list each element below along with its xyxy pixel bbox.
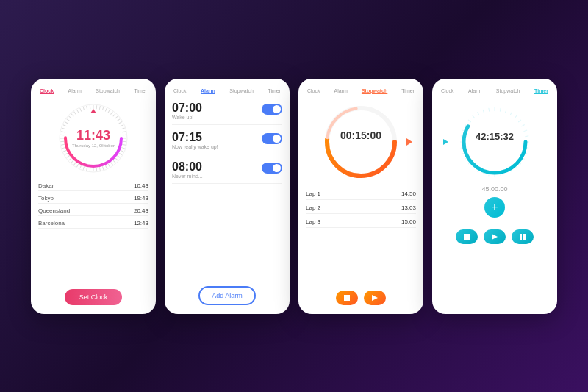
svg-line-100 [478,112,480,115]
tab-stopwatch-4[interactable]: Stopwatch [495,88,522,94]
svg-line-37 [74,162,76,165]
svg-line-49 [62,128,65,129]
alarm-screen: Clock Alarm Stopwatch Timer 07:00 Wake u… [165,79,290,314]
tab-timer[interactable]: Timer [132,88,148,94]
tab-stopwatch[interactable]: Stopwatch [94,88,121,94]
svg-line-45 [60,141,64,142]
set-clock-button[interactable]: Set Clock [65,289,123,305]
svg-rect-106 [520,234,522,240]
alarm-item-3: 08:00 Never mind... [172,160,282,184]
alarm-list: 07:00 Wake up! 07:15 Now really wake up!… [172,101,282,280]
timer-pause-icon [520,234,526,240]
svg-line-39 [69,157,72,160]
world-clock-tokyo: Tokyo 19:43 [38,193,148,204]
stopwatch-controls [306,291,416,305]
city-barcelona: Barcelona [38,220,65,227]
clock-face: 11:43 Thursday 12, Oktober [57,101,130,175]
tab-alarm-3[interactable]: Alarm [333,88,349,94]
tab-clock[interactable]: Clock [38,88,55,94]
alarm-toggle-1[interactable] [262,104,282,115]
play-button[interactable] [364,291,386,305]
lap-time-2: 13:03 [401,204,416,211]
svg-line-7 [111,111,113,114]
world-clock-barcelona: Barcelona 12:43 [38,218,148,229]
svg-line-21 [119,153,122,155]
tab-timer-2[interactable]: Timer [266,88,282,94]
svg-line-9 [115,115,118,118]
svg-line-54 [71,113,74,116]
svg-line-71 [514,115,517,118]
svg-line-50 [63,124,67,126]
svg-line-73 [521,124,524,126]
svg-line-25 [111,162,113,165]
world-clock-queensland: Queensland 20:43 [38,206,148,216]
lap-time-1: 14:50 [401,190,416,197]
stop-button[interactable] [336,291,358,305]
svg-line-36 [77,163,79,166]
svg-line-18 [122,144,126,145]
svg-line-26 [108,163,110,166]
tab-alarm[interactable]: Alarm [67,88,83,94]
svg-marker-105 [492,234,498,240]
timer-indicator [443,139,448,145]
timer-nav: Clock Alarm Stopwatch Timer [440,88,550,94]
alarm-time-label-1: 07:00 Wake up! [172,101,202,120]
svg-line-19 [121,147,125,149]
svg-line-15 [123,135,126,135]
svg-line-42 [63,150,67,152]
svg-line-53 [69,115,72,118]
tab-timer-3[interactable]: Timer [400,88,416,94]
tab-clock-2[interactable]: Clock [172,88,188,94]
alarm-label-2: Now really wake up! [172,144,218,149]
timer-stop-button[interactable] [456,229,478,244]
tab-stopwatch-2[interactable]: Stopwatch [228,88,255,94]
time-barcelona: 12:43 [134,220,148,227]
lap-list: Lap 1 14:50 Lap 2 13:03 Lap 3 15:00 [306,188,416,285]
tab-alarm-4[interactable]: Alarm [467,88,483,94]
svg-marker-66 [372,295,378,301]
lap-label-2: Lap 2 [306,204,320,211]
svg-line-74 [523,129,527,131]
add-alarm-button[interactable]: Add Alarm [198,286,256,305]
world-clock-dakar: Dakar 10:43 [38,181,148,191]
clock-date: Thursday 12, Oktober [72,143,115,148]
timer-set-time: 45:00:00 [440,185,550,193]
tab-alarm-2[interactable]: Alarm [199,88,217,94]
screens-container: Clock Alarm Stopwatch Timer [16,64,572,329]
timer-controls [440,229,550,244]
svg-line-24 [113,160,115,163]
svg-line-48 [61,131,65,132]
clock-time: 11:43 [76,129,110,142]
time-queensland: 20:43 [134,207,148,214]
svg-line-102 [489,107,490,111]
svg-line-2 [96,105,97,109]
alarm-toggle-2[interactable] [262,133,282,144]
alarm-time-label-2: 07:15 Now really wake up! [172,131,218,149]
alarm-toggle-3[interactable] [262,163,282,174]
svg-line-68 [500,107,501,111]
tab-clock-4[interactable]: Clock [440,88,456,94]
lap-time-3: 15:00 [401,218,416,225]
svg-line-47 [60,135,64,135]
alarm-time-1: 07:00 [172,101,202,115]
svg-line-59 [87,105,87,109]
tab-clock-3[interactable]: Clock [306,88,322,94]
timer-ring-svg: 42:15:32 [454,101,535,182]
time-tokyo: 19:43 [134,195,148,202]
svg-line-41 [65,153,68,155]
svg-line-20 [121,150,124,152]
svg-line-55 [74,111,76,114]
timer-play-button[interactable] [484,229,506,244]
svg-line-32 [90,167,90,171]
tab-timer-4[interactable]: Timer [533,88,550,94]
add-timer-button[interactable]: + [484,197,505,218]
timer-display: 42:15:32 [440,101,550,182]
svg-line-17 [123,141,126,142]
timer-pause-button[interactable] [512,229,534,244]
svg-line-57 [80,107,82,111]
world-clocks-list: Dakar 10:43 Tokyo 19:43 Queensland 20:43… [38,181,148,283]
svg-line-44 [61,144,65,145]
svg-line-4 [102,107,104,110]
alarm-time-2: 07:15 [172,131,218,144]
tab-stopwatch-3[interactable]: Stopwatch [360,88,389,94]
